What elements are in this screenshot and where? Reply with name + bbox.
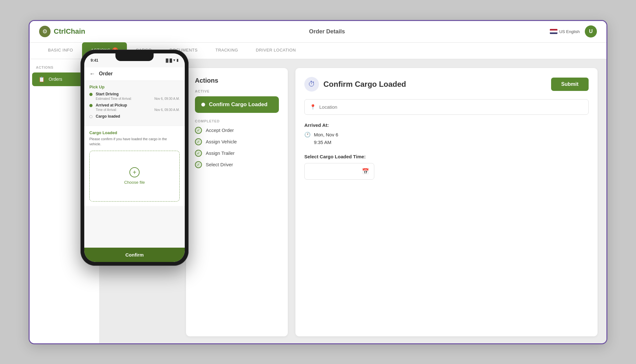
arrived-time-row: 🕐 Mon, Nov 6 9:35 AM (304, 131, 589, 146)
arrived-at-label: Arrived At: (304, 122, 589, 128)
flag-icon (550, 29, 557, 34)
location-input-wrapper[interactable]: 📍 (304, 99, 589, 115)
phone-status-icons: ▐▌█ ▾ ▮ (165, 58, 178, 62)
calendar-icon: 📅 (362, 168, 369, 175)
phone-notch (115, 53, 154, 61)
completed-items-list: ✓ Accept Order ✓ Assign Vehicle ✓ Assign… (195, 127, 279, 168)
timeline-item: Start Driving Estimated Time of Arrival:… (89, 92, 180, 100)
timeline-sub-2: Time of Arrival: Nov 6, 09:30 A.M. (96, 108, 180, 112)
completed-item-select-driver: ✓ Select Driver (195, 161, 279, 168)
timeline-info-1: Start Driving Estimated Time of Arrival:… (96, 92, 180, 100)
detail-header: ⏱ Confirm Cargo Loaded Submit (304, 77, 589, 92)
active-section-label: ACTIVE (195, 89, 279, 93)
confirm-cargo-loaded-button[interactable]: Confirm Cargo Loaded (195, 96, 279, 113)
completed-item-assign-vehicle: ✓ Assign Vehicle (195, 138, 279, 145)
completed-item-assign-trailer: ✓ Assign Trailer (195, 150, 279, 157)
language-label: US English (559, 29, 580, 34)
completed-section-label: COMPLETED (195, 119, 279, 123)
completed-item-label: Assign Trailer (206, 150, 235, 156)
file-upload-box[interactable]: + Choose file (89, 151, 180, 202)
phone-outer: 9:41 ▐▌█ ▾ ▮ ← Order (80, 50, 189, 266)
timeline-sub-1: Estimated Time of Arrival: Nov 6, 09:30 … (96, 97, 180, 100)
pickup-section: Pick Up Start Driving Estimated Time of … (84, 81, 185, 126)
check-icon: ✓ (195, 150, 202, 157)
orders-icon: 📋 (38, 76, 45, 82)
wifi-icon: ▾ (173, 58, 175, 62)
detail-title: Confirm Cargo Loaded (323, 80, 406, 89)
tab-tracking[interactable]: TRACKING (206, 42, 247, 59)
arrived-time: 9:35 AM (314, 139, 338, 146)
cargo-loaded-section: Cargo Loaded Please confirm if you have … (84, 126, 185, 206)
check-icon: ✓ (195, 138, 202, 145)
cargo-title: Cargo Loaded (89, 130, 180, 135)
timeline-info-3: Cargo loaded (96, 114, 180, 119)
detail-title-row: ⏱ Confirm Cargo Loaded (304, 77, 406, 92)
timeline-label-2: Arrived at Pickup (96, 103, 180, 107)
check-icon: ✓ (195, 161, 202, 168)
logo: ⚙ CtrlChain (39, 26, 85, 37)
phone-screen: 9:41 ▐▌█ ▾ ▮ ← Order (84, 53, 185, 262)
timeline-item: Arrived at Pickup Time of Arrival: Nov 6… (89, 103, 180, 112)
page-title: Order Details (104, 28, 550, 35)
completed-item-label: Accept Order (206, 127, 234, 133)
timeline-dot-3 (89, 115, 93, 118)
check-icon: ✓ (195, 127, 202, 134)
sidebar-item-label: Orders (49, 77, 62, 82)
submit-button[interactable]: Submit (551, 78, 589, 91)
tab-driver-location[interactable]: DRIVER LOCATION (247, 42, 305, 59)
top-bar: ⚙ CtrlChain Order Details US English U (30, 21, 606, 43)
cargo-desc: Please confirm if you have loaded the ca… (89, 136, 180, 147)
content-area: 9:41 ▐▌█ ▾ ▮ ← Order (100, 59, 606, 344)
phone-content: Pick Up Start Driving Estimated Time of … (84, 81, 185, 259)
plus-icon: + (129, 167, 140, 177)
arrived-day: Mon, Nov 6 (314, 131, 338, 139)
timeline-label-1: Start Driving (96, 92, 180, 96)
language-selector[interactable]: US English (550, 29, 580, 34)
user-avatar[interactable]: U (585, 25, 597, 38)
clock-icon: ⏱ (304, 77, 319, 92)
time-picker[interactable]: 📅 (304, 163, 374, 180)
actions-panel: Actions ACTIVE Confirm Cargo Loaded COMP… (186, 68, 288, 336)
phone-confirm-button[interactable]: Confirm (84, 248, 185, 262)
signal-icon: ▐▌█ (165, 58, 172, 62)
completed-item-accept-order: ✓ Accept Order (195, 127, 279, 134)
location-icon: 📍 (310, 104, 316, 110)
main-content: ACTIONS 📋 Orders 9:41 ▐▌█ (30, 59, 606, 344)
timeline-dot-2 (89, 104, 93, 107)
timeline-item: Cargo loaded (89, 114, 180, 119)
tab-basic-info[interactable]: BASIC INFO (39, 42, 82, 59)
arrived-clock-icon: 🕐 (304, 132, 311, 138)
timeline-dot-1 (89, 93, 93, 96)
phone-order-title: Order (99, 71, 113, 77)
completed-item-label: Assign Vehicle (206, 139, 237, 144)
top-right-controls: US English U (550, 25, 597, 38)
app-container: ⚙ CtrlChain Order Details US English U B… (29, 20, 607, 344)
timeline-label-3: Cargo loaded (96, 114, 180, 119)
completed-item-label: Select Driver (206, 162, 233, 167)
timeline-info-2: Arrived at Pickup Time of Arrival: Nov 6… (96, 103, 180, 112)
active-dot (201, 103, 205, 106)
choose-file-text: Choose file (124, 180, 145, 185)
actions-panel-title: Actions (195, 77, 279, 84)
detail-panel: ⏱ Confirm Cargo Loaded Submit 📍 Arrived … (295, 68, 598, 336)
location-input[interactable] (319, 104, 583, 110)
logo-icon: ⚙ (39, 26, 51, 37)
phone-mockup: 9:41 ▐▌█ ▾ ▮ ← Order (80, 50, 189, 266)
back-button[interactable]: ← (89, 71, 95, 77)
active-action-label: Confirm Cargo Loaded (209, 101, 267, 108)
arrived-time-text: Mon, Nov 6 9:35 AM (314, 131, 338, 146)
battery-icon: ▮ (176, 58, 178, 62)
logo-text: CtrlChain (54, 27, 85, 36)
phone-header: ← Order (84, 67, 185, 81)
cargo-time-label: Select Cargo Loaded Time: (304, 154, 589, 159)
phone-time: 9:41 (91, 58, 98, 63)
pickup-title: Pick Up (89, 85, 180, 89)
